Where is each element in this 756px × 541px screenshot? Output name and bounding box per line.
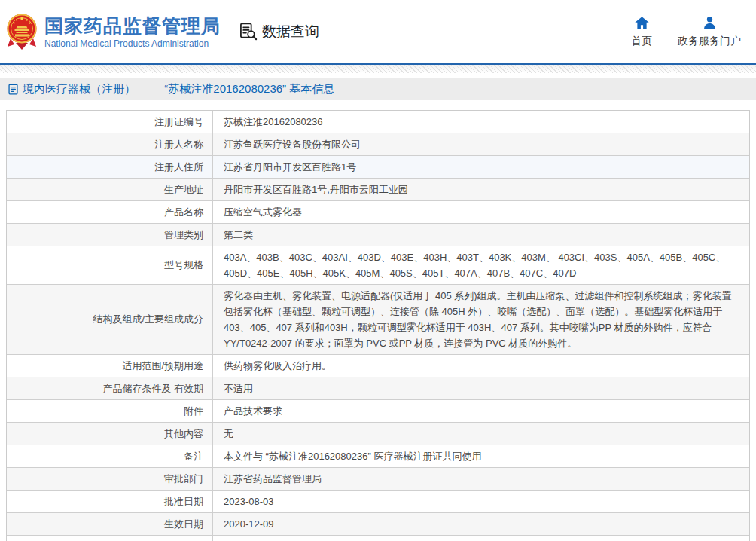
data-query-section[interactable]: 数据查询 (239, 22, 319, 41)
row-label: 适用范围/预期用途 (7, 355, 213, 377)
row-value: 无 (213, 423, 749, 445)
site-title-en: National Medical Products Administration (44, 38, 221, 49)
row-label: 附件 (7, 400, 213, 422)
row-value: 2025-12-08 (213, 536, 749, 541)
row-label: 备注 (7, 445, 213, 467)
nav-gov-portal-label: 政务服务门户 (678, 35, 741, 48)
row-value: 雾化器由主机、雾化装置、电源适配器(仅适用于 405 系列)组成。主机由压缩泵、… (213, 285, 749, 354)
table-row: 产品储存条件及 有效期不适用 (7, 377, 749, 399)
logo-text: 国家药品监督管理局 National Medical Products Admi… (44, 14, 221, 49)
row-value: 2020-12-09 (213, 513, 749, 535)
row-value: 江苏省药品监督管理局 (213, 468, 749, 490)
table-row: 型号规格403A、403B、403C、403AI、403D、403E、403H、… (7, 246, 749, 284)
row-value: 403A、403B、403C、403AI、403D、403E、403H、403T… (213, 246, 749, 284)
person-icon (702, 15, 718, 31)
header-nav: 首页 政务服务门户 (631, 15, 741, 48)
row-label: 批准日期 (7, 491, 213, 512)
row-value: 不适用 (213, 377, 749, 399)
table-row: 审批部门江苏省药品监督管理局 (7, 467, 749, 490)
table-row: 注册人名称江苏鱼跃医疗设备股份有限公司 (7, 133, 749, 155)
row-value: 产品技术要求 (213, 400, 749, 422)
row-value: 江苏省丹阳市开发区百胜路1号 (213, 156, 749, 178)
row-label: 生产地址 (7, 179, 213, 200)
table-row: 备注本文件与 “苏械注准20162080236” 医疗器械注册证共同使用 (7, 445, 749, 467)
table-row: 附件产品技术要求 (7, 399, 749, 422)
table-row: 生效日期2020-12-09 (7, 512, 749, 535)
row-value: 丹阳市开发区百胜路1号,丹阳市云阳工业园 (213, 179, 749, 200)
table-row: 批准日期2023-08-03 (7, 490, 749, 512)
table-row: 管理类别第二类 (7, 223, 749, 246)
row-value: 供药物雾化吸入治疗用。 (213, 355, 749, 377)
nav-gov-portal[interactable]: 政务服务门户 (678, 15, 741, 48)
hatched-band (0, 65, 756, 73)
row-label: 有效期至 (7, 536, 213, 541)
row-value: 江苏鱼跃医疗设备股份有限公司 (213, 133, 749, 155)
breadcrumb: 境内医疗器械（注册） —— “苏械注准20162080236” 基本信息 (0, 78, 756, 100)
page: 国家药品监督管理局 National Medical Products Admi… (0, 0, 756, 541)
site-header: 国家药品监督管理局 National Medical Products Admi… (0, 0, 756, 63)
table-row: 有效期至2025-12-08 (7, 535, 749, 541)
row-label: 结构及组成/主要组成成分 (7, 285, 213, 354)
row-label: 生效日期 (7, 513, 213, 535)
info-table: 注册证编号苏械注准20162080236注册人名称江苏鱼跃医疗设备股份有限公司注… (6, 110, 750, 541)
document-search-icon (239, 22, 258, 41)
nav-home[interactable]: 首页 (631, 15, 652, 48)
row-value: 第二类 (213, 224, 749, 246)
data-query-label: 数据查询 (262, 22, 319, 41)
table-row: 其他内容无 (7, 422, 749, 445)
nmpa-logo[interactable]: 国家药品监督管理局 National Medical Products Admi… (6, 12, 221, 51)
row-label: 其他内容 (7, 423, 213, 445)
table-row: 注册证编号苏械注准20162080236 (7, 111, 749, 133)
row-label: 型号规格 (7, 246, 213, 284)
table-row: 生产地址丹阳市开发区百胜路1号,丹阳市云阳工业园 (7, 178, 749, 200)
row-label: 注册证编号 (7, 111, 213, 133)
table-row: 产品名称压缩空气式雾化器 (7, 200, 749, 223)
row-value: 压缩空气式雾化器 (213, 201, 749, 223)
row-label: 注册人名称 (7, 133, 213, 155)
table-row: 注册人住所江苏省丹阳市开发区百胜路1号 (7, 155, 749, 178)
list-document-icon (8, 84, 19, 95)
row-label: 审批部门 (7, 468, 213, 490)
national-emblem-icon (6, 12, 38, 51)
row-value: 2023-08-03 (213, 491, 749, 512)
row-value: 本文件与 “苏械注准20162080236” 医疗器械注册证共同使用 (213, 445, 749, 467)
row-label: 产品名称 (7, 201, 213, 223)
home-icon (634, 15, 650, 31)
row-label: 产品储存条件及 有效期 (7, 377, 213, 399)
breadcrumb-text: 境内医疗器械（注册） —— “苏械注准20162080236” 基本信息 (23, 82, 334, 96)
row-label: 注册人住所 (7, 156, 213, 178)
table-row: 结构及组成/主要组成成分雾化器由主机、雾化装置、电源适配器(仅适用于 405 系… (7, 284, 749, 354)
table-row: 适用范围/预期用途供药物雾化吸入治疗用。 (7, 354, 749, 377)
row-value: 苏械注准20162080236 (213, 111, 749, 133)
row-label: 管理类别 (7, 224, 213, 246)
nav-home-label: 首页 (631, 35, 652, 48)
site-title-zh: 国家药品监督管理局 (44, 14, 221, 37)
